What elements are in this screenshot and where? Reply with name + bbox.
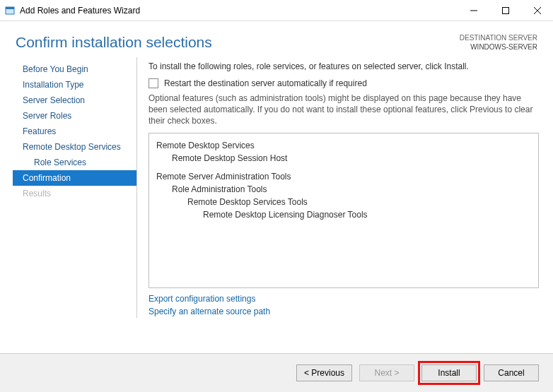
optional-note: Optional features (such as administratio… <box>149 93 539 127</box>
page-title: Confirm installation selections <box>16 34 460 51</box>
sidebar-item-before-you-begin[interactable]: Before You Begin <box>13 61 136 77</box>
sidebar-item-server-roles[interactable]: Server Roles <box>13 108 136 124</box>
close-button[interactable] <box>521 0 553 20</box>
footer: < Previous Next > Install Cancel <box>0 353 553 392</box>
export-config-link[interactable]: Export configuration settings <box>149 292 539 305</box>
header: Confirm installation selections DESTINAT… <box>0 21 553 57</box>
sidebar: Before You BeginInstallation TypeServer … <box>13 57 136 318</box>
restart-checkbox-row[interactable]: Restart the destination server automatic… <box>149 78 539 88</box>
install-button[interactable]: Install <box>421 364 477 381</box>
intro-text: To install the following roles, role ser… <box>149 61 539 71</box>
selection-list[interactable]: Remote Desktop ServicesRemote Desktop Se… <box>149 133 539 288</box>
destination-box: DESTINATION SERVER WINDOWS-SERVER <box>460 34 537 52</box>
wizard-icon <box>4 5 16 16</box>
destination-label: DESTINATION SERVER <box>460 34 537 43</box>
maximize-button[interactable] <box>489 0 521 20</box>
window-title: Add Roles and Features Wizard <box>20 6 140 16</box>
sidebar-item-results: Results <box>13 186 136 201</box>
destination-value: WINDOWS-SERVER <box>460 43 537 52</box>
titlebar: Add Roles and Features Wizard <box>0 0 553 21</box>
list-item[interactable]: Remote Desktop Licensing Diagnoser Tools <box>156 208 531 221</box>
sidebar-item-features[interactable]: Features <box>13 124 136 139</box>
svg-rect-1 <box>6 7 14 9</box>
list-item[interactable]: Remote Desktop Session Host <box>156 152 531 165</box>
window-buttons <box>458 0 553 20</box>
main-panel: To install the following roles, role ser… <box>136 57 540 318</box>
list-item[interactable]: Remote Desktop Services Tools <box>156 196 531 208</box>
sidebar-item-confirmation[interactable]: Confirmation <box>13 170 136 186</box>
sidebar-item-installation-type[interactable]: Installation Type <box>13 77 136 93</box>
list-item[interactable]: Remote Desktop Services <box>156 139 531 152</box>
sidebar-item-server-selection[interactable]: Server Selection <box>13 93 136 108</box>
cancel-button[interactable]: Cancel <box>484 364 539 381</box>
next-button: Next > <box>359 364 414 381</box>
links: Export configuration settings Specify an… <box>149 292 539 318</box>
sidebar-item-role-services[interactable]: Role Services <box>13 155 136 170</box>
list-item[interactable]: Role Administration Tools <box>156 183 531 196</box>
list-item[interactable]: Remote Server Administration Tools <box>156 170 531 183</box>
svg-rect-3 <box>502 7 508 13</box>
minimize-button[interactable] <box>458 0 489 20</box>
restart-checkbox-label: Restart the destination server automatic… <box>164 78 367 88</box>
sidebar-item-remote-desktop-services[interactable]: Remote Desktop Services <box>13 139 136 155</box>
previous-button[interactable]: < Previous <box>296 364 352 381</box>
alternate-source-link[interactable]: Specify an alternate source path <box>149 305 539 318</box>
restart-checkbox[interactable] <box>149 78 158 88</box>
